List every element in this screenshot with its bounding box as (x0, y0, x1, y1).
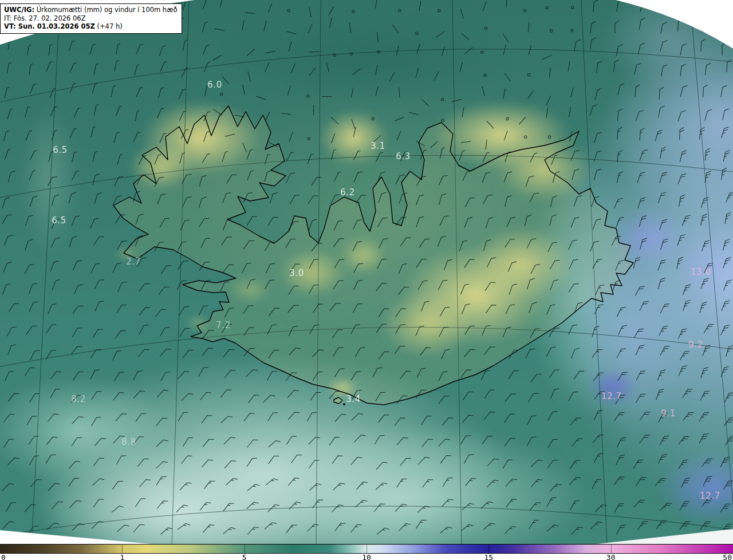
colorbar-tick (611, 545, 612, 553)
colorbar-label: 0 (1, 553, 6, 560)
valid-time: VT: Sun. 01.03.2026 05Z (4, 22, 95, 30)
colorbar-label: 10 (362, 553, 371, 560)
title-line-2: IT: Fös. 27. 02. 2026 06Z (4, 14, 178, 23)
colorbar-label: 1 (120, 553, 124, 560)
map-area: 6.06.56.53.16.36.22.73.013.07.29.28.23.4… (0, 0, 733, 544)
colorbar-tick (488, 545, 489, 553)
colorbar-label: 15 (484, 553, 494, 560)
title-line-1: UWC/IG: Úrkomumætti (mm) og vindur í 100… (4, 6, 178, 14)
weather-map-page: 6.06.56.53.16.36.22.73.013.07.29.28.23.4… (0, 0, 733, 560)
parameter-description: Úrkomumætti (mm) og vindur í 100m hæð (34, 6, 178, 14)
colorbar-label: 5 (242, 553, 247, 560)
lead-time: (+47 h) (95, 22, 123, 30)
colorbar-tick (245, 545, 245, 553)
title-box: UWC/IG: Úrkomumætti (mm) og vindur í 100… (0, 3, 182, 34)
domain-boundary-layer (0, 0, 733, 544)
colorbar-tick (366, 545, 367, 553)
colorbar-tick (122, 545, 123, 553)
model-name: UWC/IG: (4, 6, 34, 14)
title-line-3: VT: Sun. 01.03.2026 05Z (+47 h) (4, 22, 178, 31)
colorbar-gradient (0, 545, 733, 554)
colorbar-label: 50 (723, 553, 732, 560)
colorbar: 01510153050 (0, 544, 733, 560)
colorbar-label: 30 (606, 553, 616, 560)
init-time: IT: Fös. 27. 02. 2026 06Z (4, 14, 86, 22)
